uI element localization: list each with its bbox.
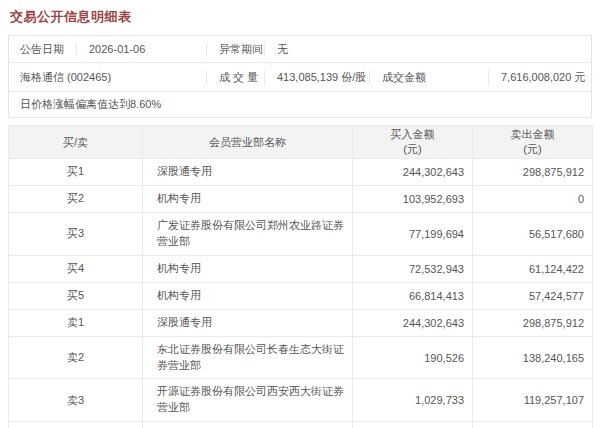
announce-date-value: 2026-01-06 — [76, 43, 206, 55]
row-buy-amount: 103,952,693 — [353, 185, 473, 212]
turnover-label: 成交金额 — [369, 70, 488, 85]
row-branch-name: 机构专用 — [143, 185, 353, 212]
deviation-note: 日价格涨幅偏离值达到8.60% — [9, 97, 591, 112]
table-row: 买3 广发证券股份有限公司郑州农业路证券营业部 77,199,694 56,51… — [9, 212, 593, 255]
volume-value: 413,085,139 份/股 — [264, 70, 369, 85]
row-branch-name: 深股通专用 — [143, 159, 353, 186]
row-buy-amount: 244,302,643 — [353, 159, 473, 186]
announce-date-label: 公告日期 — [9, 42, 76, 57]
row-sell-amount: 56,517,680 — [473, 212, 593, 255]
stock-name-code: 海格通信 (002465) — [9, 70, 206, 85]
table-header-row: 买/卖 会员营业部名称 买入金额 (元) 卖出金额 (元) — [9, 126, 593, 159]
turnover-value: 7,616,008,020 元 — [488, 70, 591, 85]
table-row: 买2 机构专用 103,952,693 0 — [9, 185, 593, 212]
table-row: 买1 深股通专用 244,302,643 298,875,912 — [9, 159, 593, 186]
row-sell-amount: 61,124,422 — [473, 255, 593, 282]
header-sell-amount-unit: (元) — [473, 142, 592, 157]
row-sell-amount: 0 — [473, 185, 593, 212]
row-branch-name: 开源证券股份有限公司西安西大街证券营业部 — [143, 379, 353, 422]
row-side-label: 买1 — [9, 159, 143, 186]
row-buy-amount: 77,199,694 — [353, 212, 473, 255]
row-branch-name: 机构专用 — [143, 282, 353, 309]
row-branch-name: 深股通专用 — [143, 309, 353, 336]
row-side-label: 卖3 — [9, 379, 143, 422]
row-side-label: 买2 — [9, 185, 143, 212]
header-buy-amount-unit: (元) — [353, 142, 472, 157]
row-side-label: 买3 — [9, 212, 143, 255]
row-buy-amount: 66,814,413 — [353, 282, 473, 309]
abnormal-period-label: 异常期间 — [206, 42, 264, 57]
table-row: 买4 机构专用 72,532,943 61,124,422 — [9, 255, 593, 282]
row-sell-amount: 71,203,399 — [473, 422, 593, 428]
row-side-label: 买4 — [9, 255, 143, 282]
row-side-label: 卖4 — [9, 422, 143, 428]
row-buy-amount: 244,302,643 — [353, 309, 473, 336]
row-sell-amount: 138,240,165 — [473, 336, 593, 379]
summary-info-box: 公告日期 2026-01-06 异常期间 无 海格通信 (002465) 成 交… — [8, 35, 592, 118]
row-side-label: 买5 — [9, 282, 143, 309]
table-row: 卖4 机构专用 47,165,214 71,203,399 — [9, 422, 593, 428]
row-sell-amount: 298,875,912 — [473, 159, 593, 186]
row-buy-amount: 47,165,214 — [353, 422, 473, 428]
lhb-detail-page: 交易公开信息明细表 公告日期 2026-01-06 异常期间 无 海格通信 (0… — [0, 0, 600, 428]
abnormal-period-value: 无 — [264, 42, 591, 57]
page-title: 交易公开信息明细表 — [8, 6, 592, 35]
table-row: 卖3 开源证券股份有限公司西安西大街证券营业部 1,029,733 119,25… — [9, 379, 593, 422]
row-side-label: 卖2 — [9, 336, 143, 379]
header-sell-amount: 卖出金额 (元) — [473, 126, 593, 159]
header-buy-amount-title: 买入金额 — [353, 127, 472, 142]
row-branch-name: 东北证券股份有限公司长春生态大街证券营业部 — [143, 336, 353, 379]
row-buy-amount: 190,526 — [353, 336, 473, 379]
header-branch: 会员营业部名称 — [143, 126, 353, 159]
row-buy-amount: 1,029,733 — [353, 379, 473, 422]
volume-label: 成 交 量 — [206, 70, 264, 85]
info-row-date: 公告日期 2026-01-06 异常期间 无 — [9, 36, 591, 63]
table-row: 买5 机构专用 66,814,413 57,424,577 — [9, 282, 593, 309]
info-row-deviation: 日价格涨幅偏离值达到8.60% — [9, 92, 591, 117]
header-buy-amount: 买入金额 (元) — [353, 126, 473, 159]
row-side-label: 卖1 — [9, 309, 143, 336]
row-branch-name: 机构专用 — [143, 422, 353, 428]
row-sell-amount: 57,424,577 — [473, 282, 593, 309]
row-branch-name: 广发证券股份有限公司郑州农业路证券营业部 — [143, 212, 353, 255]
row-branch-name: 机构专用 — [143, 255, 353, 282]
info-row-volume: 海格通信 (002465) 成 交 量 413,085,139 份/股 成交金额… — [9, 63, 591, 92]
row-buy-amount: 72,532,943 — [353, 255, 473, 282]
header-side: 买/卖 — [9, 126, 143, 159]
row-sell-amount: 298,875,912 — [473, 309, 593, 336]
table-row: 卖1 深股通专用 244,302,643 298,875,912 — [9, 309, 593, 336]
table-row: 卖2 东北证券股份有限公司长春生态大街证券营业部 190,526 138,240… — [9, 336, 593, 379]
broker-branch-table: 买/卖 会员营业部名称 买入金额 (元) 卖出金额 (元) 买1 深股通专用 2… — [8, 125, 593, 428]
row-sell-amount: 119,257,107 — [473, 379, 593, 422]
header-sell-amount-title: 卖出金额 — [473, 127, 592, 142]
